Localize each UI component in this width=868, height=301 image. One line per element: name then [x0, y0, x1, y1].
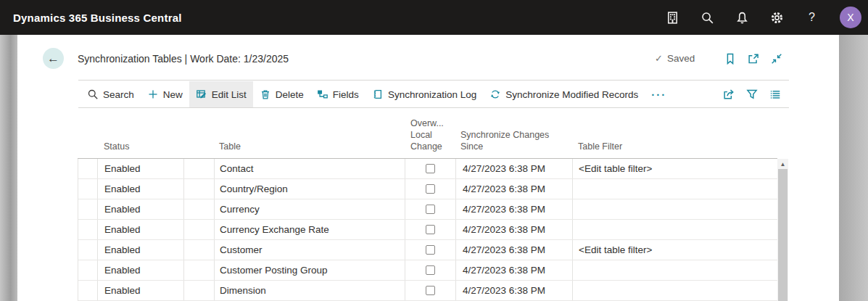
spacer-cell — [184, 281, 215, 300]
fields-action[interactable]: Fields — [310, 81, 365, 107]
table-row[interactable]: Enabled Dimension 4/27/2023 6:38 PM — [78, 281, 778, 301]
row-selector-cell[interactable] — [78, 199, 98, 219]
open-in-window-icon[interactable] — [747, 52, 760, 65]
table-filter-cell[interactable]: <Edit table filter> — [573, 159, 778, 178]
column-header-overwrite-local-change[interactable]: Overw... Local Change — [410, 117, 444, 152]
app-bar-actions: ? X — [666, 0, 861, 35]
new-action[interactable]: New — [141, 81, 189, 107]
since-cell[interactable]: 4/27/2023 6:38 PM — [456, 179, 573, 199]
overwrite-checkbox[interactable] — [426, 164, 435, 173]
spacer-cell — [184, 179, 215, 199]
help-icon[interactable]: ? — [805, 11, 819, 25]
table-name-cell[interactable]: Currency — [215, 199, 405, 219]
table-name-cell[interactable]: Currency Exchange Rate — [215, 220, 405, 239]
settings-icon[interactable] — [770, 11, 784, 25]
table-row[interactable]: Enabled Customer 4/27/2023 6:38 PM <Edit… — [78, 240, 778, 260]
overwrite-cell — [405, 281, 456, 300]
status-cell[interactable]: Enabled — [98, 179, 184, 199]
column-header-table[interactable]: Table — [219, 141, 241, 152]
synchronization-log-label: Synchronization Log — [388, 89, 476, 100]
overwrite-checkbox[interactable] — [426, 205, 435, 214]
edit-list-action[interactable]: Edit List — [189, 81, 253, 107]
synchronization-log-action[interactable]: Synchronization Log — [365, 81, 483, 107]
company-icon[interactable] — [666, 11, 679, 25]
table-name-cell[interactable]: Customer Posting Group — [215, 260, 405, 280]
table-row[interactable]: Enabled Currency Exchange Rate 4/27/2023… — [78, 220, 778, 240]
table-filter-cell[interactable] — [573, 220, 778, 239]
search-icon[interactable] — [700, 11, 714, 25]
spacer-cell — [184, 199, 215, 219]
status-cell[interactable]: Enabled — [98, 240, 184, 260]
row-selector-cell[interactable] — [78, 281, 98, 300]
share-icon[interactable] — [722, 88, 735, 101]
check-icon: ✓ — [655, 53, 663, 64]
table-name-cell[interactable]: Dimension — [215, 281, 405, 300]
table-row[interactable]: Enabled Contact 4/27/2023 6:38 PM <Edit … — [78, 159, 778, 179]
saved-status: ✓ Saved — [655, 53, 695, 64]
spacer-cell — [184, 240, 215, 260]
overwrite-checkbox[interactable] — [426, 286, 435, 295]
table-filter-cell[interactable]: <Edit table filter> — [573, 240, 778, 260]
synchronize-modified-records-action[interactable]: Synchronize Modified Records — [483, 81, 645, 107]
table-row[interactable]: Enabled Country/Region 4/27/2023 6:38 PM — [78, 179, 778, 199]
app-title[interactable]: Dynamics 365 Business Central — [0, 12, 182, 24]
table-filter-cell[interactable] — [573, 281, 778, 300]
overwrite-checkbox[interactable] — [426, 245, 435, 255]
status-cell[interactable]: Enabled — [98, 199, 184, 219]
more-options-icon[interactable]: ··· — [645, 81, 673, 107]
delete-action[interactable]: Delete — [253, 81, 310, 107]
fields-label: Fields — [333, 89, 359, 100]
toolbar-divider — [78, 107, 789, 108]
column-header-synchronize-changes-since[interactable]: Synchronize Changes Since — [460, 129, 549, 152]
search-action[interactable]: Search — [80, 81, 141, 107]
header-divider — [78, 80, 789, 81]
since-cell[interactable]: 4/27/2023 6:38 PM — [456, 220, 573, 239]
row-selector-cell[interactable] — [78, 260, 98, 280]
bookmark-icon[interactable] — [724, 52, 737, 65]
overwrite-checkbox[interactable] — [426, 265, 435, 275]
back-button[interactable]: ← — [43, 48, 64, 69]
since-cell[interactable]: 4/27/2023 6:38 PM — [456, 281, 573, 300]
scrollbar-thumb[interactable] — [778, 169, 788, 301]
column-header-table-filter[interactable]: Table Filter — [578, 141, 622, 152]
since-cell[interactable]: 4/27/2023 6:38 PM — [456, 159, 573, 178]
table-filter-cell[interactable] — [573, 260, 778, 280]
table-name-cell[interactable]: Country/Region — [215, 179, 405, 199]
since-cell[interactable]: 4/27/2023 6:38 PM — [456, 260, 573, 280]
left-background-band — [0, 35, 17, 301]
toolbar-right-actions — [722, 81, 782, 107]
avatar[interactable]: X — [840, 7, 861, 28]
page-body: ← Synchronization Tables | Work Date: 1/… — [0, 35, 868, 301]
new-label: New — [163, 89, 183, 100]
status-cell[interactable]: Enabled — [98, 260, 184, 280]
search-label: Search — [103, 89, 134, 100]
table-filter-cell[interactable] — [573, 179, 778, 199]
column-header-status[interactable]: Status — [104, 141, 129, 152]
table-row[interactable]: Enabled Currency 4/27/2023 6:38 PM — [78, 199, 778, 220]
action-toolbar: Search New Edit List Delete Fields Synch… — [80, 81, 673, 107]
table-name-cell[interactable]: Contact — [215, 159, 405, 178]
list-view-icon[interactable] — [769, 88, 782, 101]
scroll-up-arrow-icon[interactable]: ▲ — [777, 159, 788, 169]
since-cell[interactable]: 4/27/2023 6:38 PM — [456, 199, 573, 219]
status-cell[interactable]: Enabled — [98, 159, 184, 178]
overwrite-checkbox[interactable] — [426, 225, 435, 234]
row-selector-cell[interactable] — [78, 159, 98, 178]
collapse-icon[interactable] — [770, 52, 783, 65]
table-name-cell[interactable]: Customer — [215, 240, 405, 260]
status-cell[interactable]: Enabled — [98, 220, 184, 239]
row-selector-cell[interactable] — [78, 220, 98, 239]
notifications-icon[interactable] — [735, 11, 749, 25]
spacer-cell — [184, 260, 215, 280]
overwrite-checkbox[interactable] — [426, 184, 435, 194]
table-row[interactable]: Enabled Customer Posting Group 4/27/2023… — [78, 260, 778, 281]
filter-icon[interactable] — [745, 88, 759, 101]
row-selector-cell[interactable] — [78, 179, 98, 199]
row-selector-cell[interactable] — [78, 240, 98, 260]
spacer-cell — [184, 159, 215, 178]
table-filter-cell[interactable] — [573, 199, 778, 219]
status-cell[interactable]: Enabled — [98, 281, 184, 300]
since-cell[interactable]: 4/27/2023 6:38 PM — [456, 240, 573, 260]
page-header-actions — [724, 52, 783, 65]
vertical-scrollbar[interactable]: ▲ — [777, 159, 788, 301]
